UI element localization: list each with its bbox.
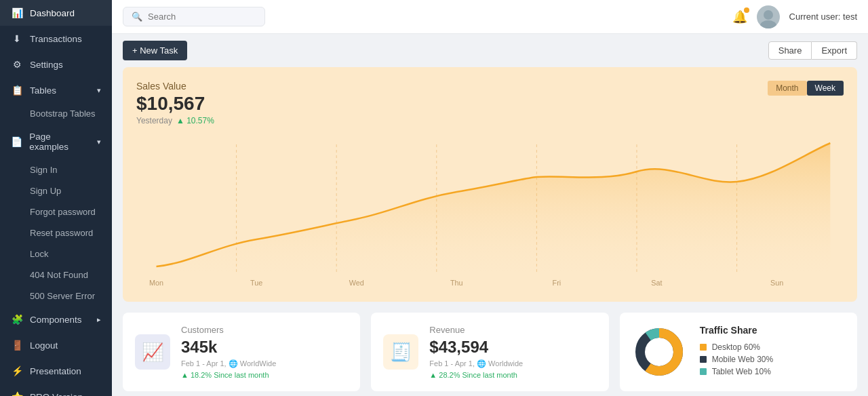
tables-icon: 📋	[11, 85, 23, 96]
sales-pct: ▲ 10.57%	[176, 116, 214, 125]
settings-icon: ⚙	[11, 59, 23, 70]
sidebar-sub-404[interactable]: 404 Not Found	[0, 264, 112, 285]
traffic-legend: Traffic Share Desktop 60% Mobile Web 30%…	[700, 325, 774, 379]
chart-week-button[interactable]: Week	[807, 81, 844, 96]
sidebar-sub-label-reset-password: Reset password	[30, 228, 93, 238]
sidebar-item-page-examples[interactable]: 📄 Page examples ▾	[0, 124, 112, 159]
sidebar: 📊 Dashboard ⬇ Transactions ⚙ Settings 📋 …	[0, 0, 112, 396]
legend-item-desktop: Desktop 60%	[700, 342, 774, 352]
sidebar-label-page-examples: Page examples	[29, 132, 90, 152]
svg-text:Tue: Tue	[250, 279, 262, 287]
chart-period: Yesterday	[136, 116, 172, 125]
presentation-icon: ⚡	[11, 365, 23, 376]
dashboard-icon: 📊	[11, 7, 23, 18]
legend-label-tablet: Tablet Web 10%	[712, 367, 771, 376]
svg-text:Thu: Thu	[450, 279, 463, 287]
export-button[interactable]: Export	[812, 41, 857, 60]
page-examples-arrow-icon: ▾	[97, 138, 101, 146]
chart-meta: Sales Value $10,567 Yesterday ▲ 10.57%	[136, 81, 214, 125]
revenue-period: Feb 1 - Apr 1, 🌐 Worldwide	[429, 359, 523, 368]
svg-point-1	[760, 20, 776, 28]
search-icon: 🔍	[132, 12, 142, 22]
search-wrap[interactable]: 🔍	[123, 7, 265, 26]
customers-value: 345k	[181, 338, 348, 357]
sidebar-sub-label-sign-in: Sign In	[30, 165, 57, 175]
notification-bell[interactable]: 🔔	[732, 9, 747, 24]
sidebar-sub-sign-up[interactable]: Sign Up	[0, 180, 112, 201]
sidebar-sub-label-sign-up: Sign Up	[30, 186, 61, 196]
new-task-button[interactable]: + New Task	[123, 41, 187, 60]
sidebar-sub-forgot-password[interactable]: Forgot password	[0, 201, 112, 222]
components-arrow-icon: ▸	[97, 315, 101, 324]
tables-arrow-icon: ▾	[97, 86, 101, 95]
customers-sub: Feb 1 - Apr 1, 🌐 WorldWide	[181, 359, 348, 368]
revenue-icon: 🧾	[390, 342, 412, 363]
sidebar-sub-logout[interactable]: 🚪 Logout	[0, 332, 112, 358]
donut-svg	[632, 325, 686, 379]
revenue-pct-label: ▲ 28.2% Since last month	[429, 371, 517, 379]
components-icon: 🧩	[11, 314, 23, 325]
sidebar-sub-label-404: 404 Not Found	[30, 270, 88, 280]
sidebar-sub-lock[interactable]: Lock	[0, 243, 112, 264]
revenue-sub: Feb 1 - Apr 1, 🌐 Worldwide	[429, 359, 596, 368]
new-task-label: + New Task	[132, 45, 178, 56]
transactions-icon: ⬇	[11, 33, 23, 44]
customers-stat-card: 📈 Customers 345k Feb 1 - Apr 1, 🌐 WorldW…	[123, 313, 360, 391]
sidebar-label-presentation: Presentation	[30, 366, 81, 376]
revenue-text: Revenue $43,594 Feb 1 - Apr 1, 🌐 Worldwi…	[429, 325, 596, 379]
stats-row: 📈 Customers 345k Feb 1 - Apr 1, 🌐 WorldW…	[123, 313, 857, 391]
customers-icon-wrap: 📈	[135, 334, 170, 370]
sidebar-item-transactions[interactable]: ⬇ Transactions	[0, 26, 112, 52]
sidebar-sub-presentation[interactable]: ⚡ Presentation	[0, 358, 112, 384]
customers-pct: ▲ 18.2% Since last month	[181, 371, 348, 379]
sidebar-sub-pro[interactable]: ⭐ PRO Version	[0, 384, 112, 396]
svg-text:Mon: Mon	[149, 279, 163, 287]
svg-text:Sun: Sun	[770, 279, 783, 287]
sidebar-sub-500[interactable]: 500 Server Error	[0, 285, 112, 306]
sidebar-sub-sign-in[interactable]: Sign In	[0, 159, 112, 180]
toolbar: + New Task Share Export	[112, 34, 868, 67]
page-examples-icon: 📄	[11, 136, 22, 147]
search-input[interactable]	[148, 12, 256, 22]
notification-badge	[744, 7, 749, 13]
revenue-pct: ▲ 28.2% Since last month	[429, 371, 596, 379]
sidebar-sub-reset-password[interactable]: Reset password	[0, 222, 112, 243]
header-right: 🔔 Current user: test	[732, 5, 857, 28]
sidebar-item-dashboard[interactable]: 📊 Dashboard	[0, 0, 112, 26]
sidebar-label-pro: PRO Version	[30, 392, 83, 397]
sidebar-sub-bootstrap-tables[interactable]: Bootstrap Tables	[0, 103, 112, 124]
sidebar-sub-label-500: 500 Server Error	[30, 291, 95, 301]
revenue-icon-wrap: 🧾	[383, 334, 418, 370]
chart-header: Sales Value $10,567 Yesterday ▲ 10.57% M…	[136, 81, 844, 125]
customers-period: Feb 1 - Apr 1, 🌐 WorldWide	[181, 359, 276, 368]
sidebar-item-components[interactable]: 🧩 Components ▸	[0, 306, 112, 332]
svg-text:Sat: Sat	[651, 279, 662, 287]
sidebar-item-settings[interactable]: ⚙ Settings	[0, 52, 112, 77]
traffic-title: Traffic Share	[700, 325, 774, 336]
logout-icon: 🚪	[11, 340, 23, 351]
revenue-title: Revenue	[429, 325, 596, 335]
sales-value: $10,567	[136, 93, 214, 115]
current-user-label: Current user: test	[789, 12, 857, 22]
sales-line-chart: Mon Tue Wed Thu Fri Sat Sun	[136, 131, 844, 294]
sales-sub: Yesterday ▲ 10.57%	[136, 116, 214, 125]
sidebar-label-dashboard: Dashboard	[30, 8, 75, 18]
customers-text: Customers 345k Feb 1 - Apr 1, 🌐 WorldWid…	[181, 325, 348, 379]
revenue-value: $43,594	[429, 338, 596, 357]
sidebar-sub-label-bootstrap-tables: Bootstrap Tables	[30, 108, 96, 119]
legend-dot-mobile	[700, 356, 707, 363]
sidebar-item-tables[interactable]: 📋 Tables ▾	[0, 77, 112, 103]
sales-chart-card: Sales Value $10,567 Yesterday ▲ 10.57% M…	[123, 67, 857, 302]
sales-label: Sales Value	[136, 81, 214, 92]
legend-dot-tablet	[700, 368, 707, 375]
traffic-card: Traffic Share Desktop 60% Mobile Web 30%…	[620, 313, 857, 391]
svg-point-0	[764, 10, 773, 20]
chart-svg-wrap: Mon Tue Wed Thu Fri Sat Sun	[136, 131, 844, 296]
main-area: 🔍 🔔 Current user: test + New Task Share …	[112, 0, 868, 396]
share-button[interactable]: Share	[768, 41, 812, 60]
legend-item-tablet: Tablet Web 10%	[700, 367, 774, 376]
svg-text:Wed: Wed	[349, 279, 364, 287]
chart-month-button[interactable]: Month	[768, 81, 806, 96]
legend-label-mobile: Mobile Web 30%	[712, 355, 774, 364]
avatar	[757, 5, 780, 28]
